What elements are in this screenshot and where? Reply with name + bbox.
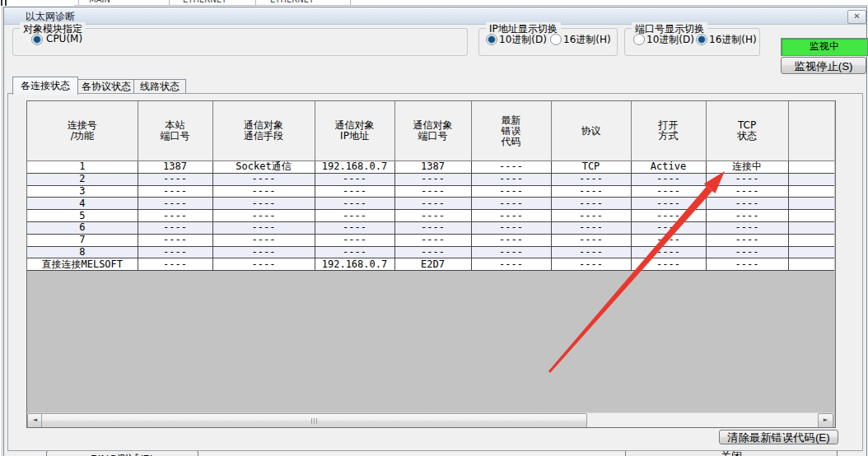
cell: ----: [551, 234, 631, 246]
close-icon: ✕: [853, 12, 860, 21]
radio-port-decimal[interactable]: [633, 34, 645, 45]
radio-ip-decimal[interactable]: [486, 34, 497, 45]
background-text-fragment: MAIN: [89, 0, 110, 4]
port-display-group: 端口号显示切换 10进制(D) 16进制(H): [624, 28, 760, 56]
ping-test-button[interactable]: PING测试(P): [46, 450, 198, 456]
cell: ----: [212, 234, 315, 246]
column-header: 协议: [551, 101, 631, 161]
cell: ----: [315, 246, 394, 258]
scrollbar-thumb[interactable]: [41, 413, 587, 428]
background-text-fragment: ETHERNET: [183, 0, 226, 4]
cell: ----: [631, 173, 706, 185]
cell: [788, 258, 834, 271]
cell: 8: [27, 246, 138, 258]
connection-grid: 连接号/功能本站端口号通信对象通信手段通信对象IP地址通信对象端口号最新错误代码…: [26, 100, 836, 428]
tab-connection-status[interactable]: 各连接状态: [12, 77, 78, 95]
cell: ----: [138, 198, 212, 210]
cell: ----: [212, 246, 315, 258]
cell: 4: [27, 198, 138, 210]
radio-cpu[interactable]: [31, 34, 43, 45]
cell: ----: [551, 258, 631, 271]
cell: 3: [27, 185, 138, 198]
cell: ----: [551, 210, 631, 222]
column-header: [788, 101, 834, 161]
table-body: 11387Socket通信192.168.0.71387----TCPActiv…: [27, 161, 834, 271]
cell: ----: [551, 246, 631, 258]
cell: 192.168.0.7: [315, 161, 394, 174]
column-header: TCP状态: [706, 101, 788, 161]
cell: ----: [315, 185, 394, 198]
cell: ----: [706, 258, 788, 271]
connection-status-panel: 连接号/功能本站端口号通信对象通信手段通信对象IP地址通信对象端口号最新错误代码…: [7, 93, 863, 451]
cell: ----: [471, 173, 551, 185]
cell: ----: [471, 161, 551, 174]
table-row[interactable]: 6--------------------------------: [27, 221, 834, 234]
cell: ----: [631, 210, 706, 222]
cell: 直接连接MELSOFT: [27, 258, 138, 271]
radio-ip-decimal-label: 10进制(D): [499, 33, 547, 47]
cell: ----: [315, 198, 394, 210]
column-header: 最新错误代码: [471, 101, 551, 161]
screen: MAIN ETHERNET ETHERNET 以太网诊断 ✕ 对象模块指定 CP…: [0, 0, 868, 456]
tab-protocol-status[interactable]: 各协议状态: [77, 79, 135, 94]
column-header: 通信对象IP地址: [315, 101, 394, 161]
cell: ----: [138, 210, 212, 222]
table-row[interactable]: 11387Socket通信192.168.0.71387----TCPActiv…: [27, 161, 834, 174]
cell: ----: [706, 210, 788, 222]
cell: E2D7: [394, 258, 471, 271]
monitor-stop-button[interactable]: 监视停止(S): [781, 57, 866, 74]
scrollbar-right-arrow[interactable]: ►: [818, 413, 833, 428]
cell: ----: [706, 198, 788, 210]
cell: [788, 198, 834, 210]
cell: ----: [394, 221, 471, 234]
cell: ----: [138, 185, 212, 198]
cell: [788, 246, 834, 258]
close-button[interactable]: ✕: [847, 10, 866, 24]
cell: [788, 221, 834, 234]
radio-ip-hex[interactable]: [550, 34, 562, 45]
cell: ----: [631, 221, 706, 234]
title-bar[interactable]: 以太网诊断 ✕: [4, 7, 866, 25]
radio-port-hex[interactable]: [696, 34, 707, 45]
ethernet-diagnostics-dialog: 以太网诊断 ✕ 对象模块指定 CPU(M) IP地址显示切换 10进制(D) 1…: [3, 7, 867, 456]
cell: ----: [138, 258, 212, 271]
cell: ----: [212, 198, 315, 210]
cell: ----: [138, 173, 212, 185]
cell: ----: [212, 221, 315, 234]
table-row[interactable]: 4--------------------------------: [27, 198, 834, 210]
table-row[interactable]: 7--------------------------------: [27, 234, 834, 246]
cell: ----: [471, 258, 551, 271]
cell: ----: [631, 198, 706, 210]
cell: 2: [27, 173, 138, 185]
cell: 5: [27, 210, 138, 222]
cell: 1: [27, 161, 138, 174]
cell: ----: [551, 198, 631, 210]
horizontal-scrollbar[interactable]: ◄ ►: [27, 412, 833, 427]
background-text-fragment: ETHERNET: [270, 0, 314, 4]
clear-error-code-button[interactable]: 清除最新错误代码(E): [719, 430, 838, 444]
table-row[interactable]: 8--------------------------------: [27, 246, 834, 258]
cell: Active: [631, 161, 706, 174]
cell: ----: [138, 221, 212, 234]
cell: ----: [706, 246, 788, 258]
cell: 1387: [138, 161, 212, 174]
tab-line-status[interactable]: 线路状态: [133, 79, 186, 94]
table-row[interactable]: 2--------------------------------: [27, 173, 834, 185]
radio-port-hex-label: 16进制(H): [709, 33, 757, 47]
cell: ----: [471, 185, 551, 198]
cell: ----: [315, 221, 394, 234]
cell: ----: [394, 198, 471, 210]
radio-port-decimal-label: 10进制(D): [646, 33, 694, 47]
cell: ----: [471, 198, 551, 210]
cell: ----: [551, 185, 631, 198]
cell: [788, 173, 834, 185]
cell: Socket通信: [212, 161, 315, 174]
cell: ----: [631, 185, 706, 198]
cell: 连接中: [706, 161, 788, 174]
table-row[interactable]: 5--------------------------------: [27, 210, 834, 222]
table-row[interactable]: 3--------------------------------: [27, 185, 834, 198]
cell: ----: [706, 234, 788, 246]
table-row[interactable]: 直接连接MELSOFT--------192.168.0.7E2D7------…: [27, 258, 834, 271]
cell: [788, 161, 834, 174]
radio-ip-hex-label: 16进制(H): [563, 33, 611, 47]
